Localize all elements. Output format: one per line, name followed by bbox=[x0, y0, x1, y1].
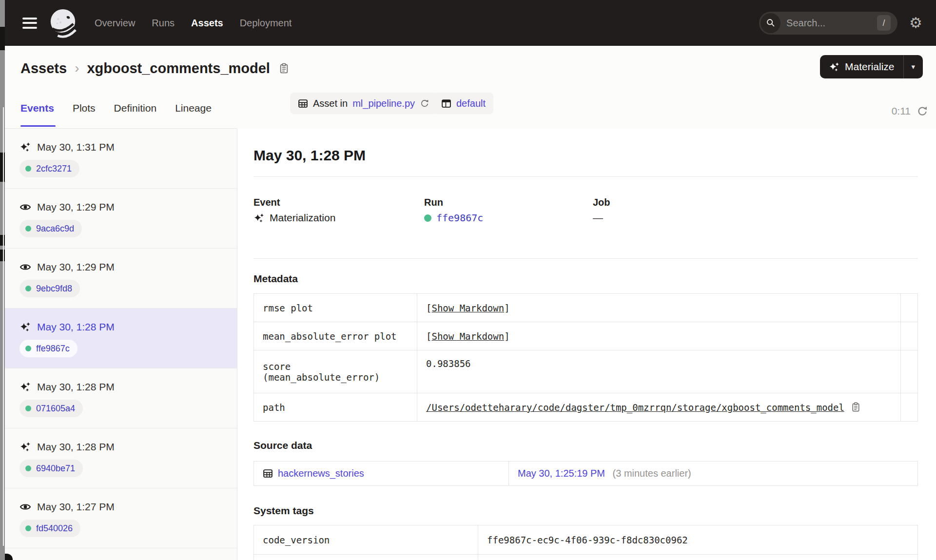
event-list-item-selected[interactable]: May 30, 1:28 PM ffe9867c bbox=[5, 309, 237, 368]
event-time: May 30, 1:29 PM bbox=[37, 261, 115, 273]
page-header: Assets › xgboost_comments_model bbox=[0, 46, 936, 129]
job-value: — bbox=[593, 212, 603, 224]
reload-icon[interactable] bbox=[420, 98, 429, 108]
source-data-table: hackernews_stories May 30, 1:25:19 PM (3… bbox=[254, 461, 918, 486]
materialize-button[interactable]: Materialize ▾ bbox=[820, 55, 923, 78]
metadata-heading: Metadata bbox=[254, 273, 298, 285]
table-grid-icon bbox=[298, 98, 308, 109]
nav-links: Overview Runs Assets Deployment bbox=[95, 18, 292, 29]
nav-item-runs[interactable]: Runs bbox=[152, 18, 175, 29]
run-id-badge[interactable]: 6940be71 bbox=[20, 460, 83, 477]
tag-key: code_version bbox=[254, 525, 478, 555]
run-id-link[interactable]: 2cfc3271 bbox=[36, 164, 72, 174]
event-list-item[interactable]: May 30, 1:29 PM 9ebc9fd8 bbox=[5, 249, 237, 309]
run-status-dot bbox=[25, 226, 31, 232]
run-id-link[interactable]: ffe9867c bbox=[36, 344, 70, 354]
run-id-badge[interactable]: 071605a4 bbox=[20, 400, 83, 417]
event-list-item[interactable]: May 30, 1:28 PM 071605a4 bbox=[5, 368, 237, 428]
materialization-icon bbox=[254, 212, 265, 224]
path-link[interactable]: /Users/odetteharary/code/dagster/tmp_0mz… bbox=[426, 402, 844, 413]
event-list: May 30, 1:31 PM 2cfc3271 May 30, 1:29 PM… bbox=[5, 129, 237, 560]
observation-icon bbox=[20, 201, 31, 213]
run-id-badge[interactable]: ffe9867c bbox=[20, 340, 78, 357]
run-id-link[interactable]: 6940be71 bbox=[36, 463, 75, 474]
code-location-tag[interactable]: default bbox=[433, 93, 493, 114]
copy-path-icon[interactable] bbox=[850, 402, 861, 413]
settings-gear-icon[interactable]: ⚙ bbox=[909, 16, 922, 30]
asset-file-link[interactable]: ml_pipeline.py bbox=[352, 98, 415, 109]
run-column-label: Run bbox=[424, 197, 443, 208]
repo-window-icon bbox=[441, 98, 451, 109]
system-tags-heading: System tags bbox=[254, 505, 314, 517]
bracket: ] bbox=[504, 303, 509, 313]
table-row: hackernews_stories May 30, 1:25:19 PM (3… bbox=[254, 462, 918, 486]
materialize-dropdown-caret[interactable]: ▾ bbox=[903, 55, 923, 78]
event-detail-panel: May 30, 1:28 PM Event Run Job Materializ… bbox=[254, 129, 918, 560]
bracket: [ bbox=[426, 303, 431, 313]
event-list-item[interactable]: May 30, 1:29 PM 9aca6c9d bbox=[5, 189, 237, 249]
asset-tag-prefix: Asset in bbox=[313, 98, 348, 109]
asset-location-tag[interactable]: Asset in ml_pipeline.py bbox=[290, 93, 437, 114]
run-status-dot bbox=[25, 465, 31, 471]
event-time: May 30, 1:31 PM bbox=[37, 141, 115, 153]
run-id-badge[interactable]: 9ebc9fd8 bbox=[20, 280, 80, 297]
metadata-key-note: (mean_absolute_error) bbox=[263, 372, 408, 383]
bracket: [ bbox=[426, 331, 431, 342]
sidebar-divider bbox=[237, 129, 237, 560]
hamburger-menu-icon[interactable] bbox=[22, 18, 37, 29]
breadcrumb-assets[interactable]: Assets bbox=[20, 60, 67, 77]
nav-item-overview[interactable]: Overview bbox=[95, 18, 135, 29]
source-asset-link[interactable]: hackernews_stories bbox=[278, 468, 364, 479]
table-row: code_version ffe9867c-ec9c-4f06-939c-f8d… bbox=[254, 525, 918, 555]
show-markdown-link[interactable]: Show Markdown bbox=[431, 303, 504, 313]
run-id-badge[interactable]: 9aca6c9d bbox=[20, 220, 82, 237]
breadcrumb-separator: › bbox=[75, 60, 79, 76]
run-status-dot bbox=[424, 214, 431, 222]
nav-item-assets[interactable]: Assets bbox=[191, 18, 223, 29]
observation-icon bbox=[20, 501, 31, 513]
search-icon bbox=[760, 13, 780, 33]
metadata-key: score bbox=[263, 361, 408, 372]
run-status-dot bbox=[25, 286, 31, 291]
tab-plots[interactable]: Plots bbox=[73, 102, 96, 114]
event-list-item[interactable]: May 30, 1:31 PM 2cfc3271 bbox=[5, 129, 237, 189]
run-id-link[interactable]: 071605a4 bbox=[36, 404, 75, 414]
search-input[interactable] bbox=[786, 18, 859, 29]
breadcrumb: Assets › xgboost_comments_model bbox=[20, 57, 290, 80]
tab-definition[interactable]: Definition bbox=[114, 102, 157, 114]
run-id-link[interactable]: 9ebc9fd8 bbox=[36, 284, 72, 294]
run-id-badge[interactable]: fd540026 bbox=[20, 520, 80, 537]
show-markdown-link[interactable]: Show Markdown bbox=[431, 331, 504, 342]
nav-item-deployment[interactable]: Deployment bbox=[240, 18, 292, 29]
table-row: path /Users/odetteharary/code/dagster/tm… bbox=[254, 393, 918, 422]
event-list-item[interactable]: May 30, 1:27 PM fd540026 bbox=[5, 488, 237, 548]
run-id-badge[interactable]: 2cfc3271 bbox=[20, 160, 79, 177]
observation-icon bbox=[20, 261, 31, 273]
run-id-link[interactable]: 9aca6c9d bbox=[36, 224, 74, 234]
active-tab-underline bbox=[20, 125, 56, 127]
run-id-link[interactable]: ffe9867c bbox=[436, 212, 483, 224]
materialize-label: Materialize bbox=[845, 61, 895, 73]
table-grid-icon bbox=[263, 468, 273, 479]
metadata-value: 0.983856 bbox=[417, 350, 901, 393]
materialization-icon bbox=[20, 441, 31, 453]
table-row: mean_absolute_error plot [Show Markdown] bbox=[254, 322, 918, 350]
tab-lineage[interactable]: Lineage bbox=[175, 102, 212, 114]
code-location-link[interactable]: default bbox=[456, 98, 486, 109]
dagster-logo-icon[interactable] bbox=[48, 8, 78, 38]
materialization-icon bbox=[20, 141, 31, 153]
source-timestamp-link[interactable]: May 30, 1:25:19 PM bbox=[518, 468, 605, 479]
run-id-link[interactable]: fd540026 bbox=[36, 523, 73, 534]
search-bar[interactable]: / bbox=[759, 12, 897, 35]
tab-events[interactable]: Events bbox=[20, 102, 54, 114]
copy-asset-name-icon[interactable] bbox=[278, 62, 290, 75]
system-tags-table: code_version ffe9867c-ec9c-4f06-939c-f8d… bbox=[254, 525, 918, 560]
refresh-icon[interactable] bbox=[916, 105, 928, 117]
source-time-note: (3 minutes earlier) bbox=[613, 468, 691, 479]
event-list-item[interactable]: May 30, 1:28 PM 6940be71 bbox=[5, 428, 237, 488]
metadata-key: rmse plot bbox=[254, 294, 417, 322]
metadata-key: path bbox=[254, 393, 417, 422]
refresh-countdown: 0:11 bbox=[892, 105, 911, 117]
event-time: May 30, 1:28 PM bbox=[37, 321, 115, 333]
page-title: xgboost_comments_model bbox=[87, 60, 270, 77]
